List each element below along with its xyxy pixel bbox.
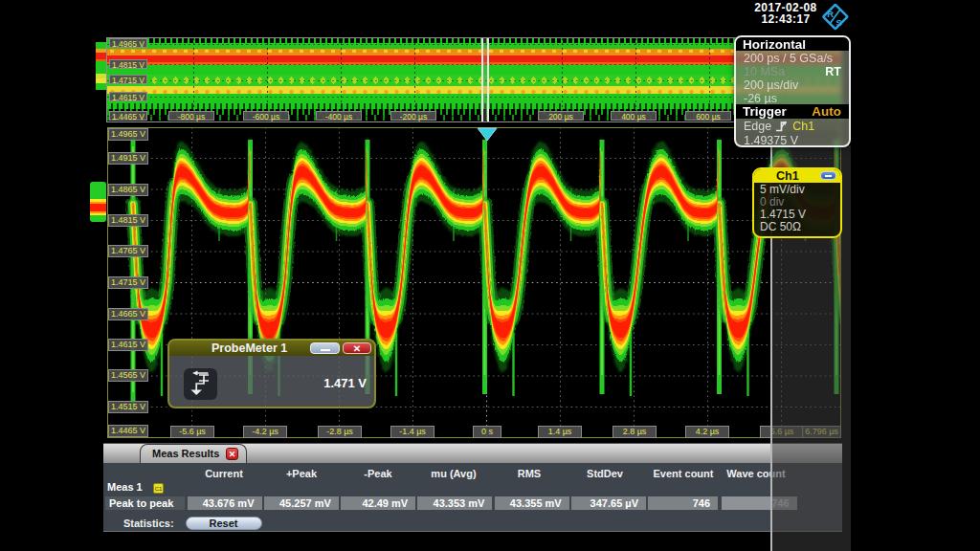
- svg-text:R: R: [827, 9, 834, 19]
- svg-text:S: S: [836, 17, 842, 28]
